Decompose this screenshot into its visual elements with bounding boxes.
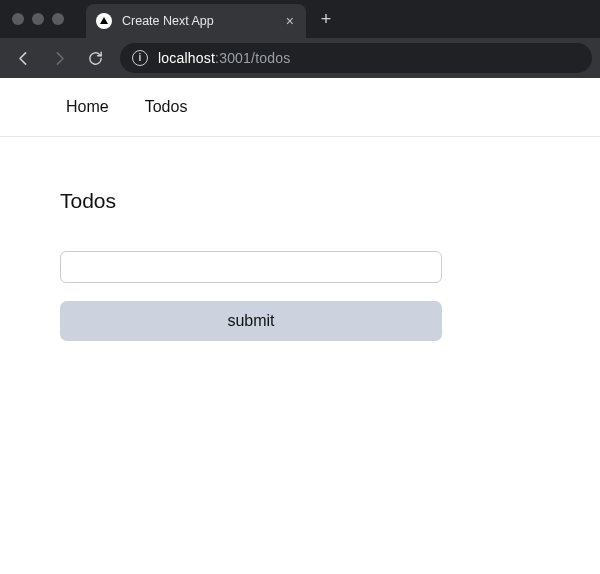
- reload-icon: [87, 50, 104, 67]
- arrow-right-icon: [51, 50, 68, 67]
- svg-marker-0: [100, 17, 108, 24]
- window-controls: [0, 13, 76, 25]
- submit-button[interactable]: submit: [60, 301, 442, 341]
- main-content: Todos submit: [0, 137, 500, 341]
- browser-chrome: Create Next App × + i localhost:3001/tod…: [0, 0, 600, 78]
- titlebar: Create Next App × +: [0, 0, 600, 38]
- window-maximize-button[interactable]: [52, 13, 64, 25]
- url-text: localhost:3001/todos: [158, 50, 290, 66]
- window-close-button[interactable]: [12, 13, 24, 25]
- todo-input[interactable]: [60, 251, 442, 283]
- address-bar[interactable]: i localhost:3001/todos: [120, 43, 592, 73]
- nextjs-favicon: [96, 13, 112, 29]
- window-minimize-button[interactable]: [32, 13, 44, 25]
- browser-tab[interactable]: Create Next App ×: [86, 4, 306, 38]
- tab-close-icon[interactable]: ×: [286, 14, 294, 28]
- page-title: Todos: [60, 189, 500, 213]
- back-button[interactable]: [8, 43, 38, 73]
- browser-toolbar: i localhost:3001/todos: [0, 38, 600, 78]
- reload-button[interactable]: [80, 43, 110, 73]
- site-info-icon[interactable]: i: [132, 50, 148, 66]
- site-nav: Home Todos: [0, 78, 600, 137]
- nav-link-todos[interactable]: Todos: [145, 98, 188, 116]
- url-path: :3001/todos: [215, 50, 290, 66]
- forward-button[interactable]: [44, 43, 74, 73]
- new-tab-button[interactable]: +: [312, 5, 340, 33]
- page-content: Home Todos Todos submit: [0, 78, 600, 574]
- tab-title: Create Next App: [122, 14, 276, 28]
- url-host: localhost: [158, 50, 215, 66]
- nav-link-home[interactable]: Home: [66, 98, 109, 116]
- arrow-left-icon: [15, 50, 32, 67]
